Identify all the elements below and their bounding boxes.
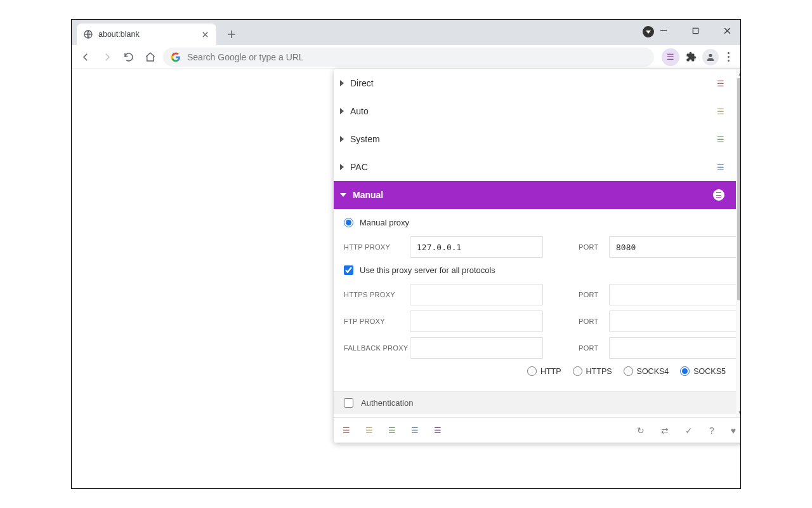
proto-http[interactable]: HTTP bbox=[527, 366, 561, 376]
new-tab-button[interactable] bbox=[223, 25, 240, 43]
use-for-all-label: Use this proxy server for all protocols bbox=[360, 265, 495, 275]
https-proxy-label: HTTPS PROXY bbox=[344, 291, 410, 298]
home-button[interactable] bbox=[141, 48, 159, 66]
proto-socks5[interactable]: SOCKS5 bbox=[680, 366, 726, 376]
proto-socks4[interactable]: SOCKS4 bbox=[624, 366, 669, 376]
manual-proxy-radio[interactable] bbox=[344, 218, 353, 227]
https-proxy-input[interactable] bbox=[410, 284, 543, 305]
profile-pac-icon[interactable]: ☰ bbox=[411, 426, 419, 434]
chevron-right-icon bbox=[340, 108, 344, 114]
fallback-port-input[interactable] bbox=[609, 337, 736, 359]
heart-icon[interactable]: ♥ bbox=[731, 425, 736, 436]
footer-profiles: ☰ ☰ ☰ ☰ ☰ bbox=[343, 426, 442, 434]
browser-tab[interactable]: about:blank bbox=[77, 23, 216, 45]
section-manual[interactable]: Manual ☰ bbox=[334, 181, 736, 209]
proxy-color-icon: ☰ bbox=[717, 163, 724, 171]
manual-proxy-label: Manual proxy bbox=[360, 218, 409, 227]
section-label: PAC bbox=[350, 162, 368, 172]
section-label: Direct bbox=[350, 78, 374, 88]
back-button[interactable] bbox=[77, 48, 95, 66]
sync-icon[interactable]: ⇄ bbox=[661, 425, 669, 436]
chevron-right-icon bbox=[340, 136, 344, 142]
toolbar-right: ☰ bbox=[662, 48, 735, 66]
proxy-extension-button[interactable]: ☰ bbox=[662, 48, 679, 66]
refresh-icon[interactable]: ↻ bbox=[637, 425, 645, 436]
port-label: PORT bbox=[579, 243, 609, 251]
scrollbar-thumb[interactable] bbox=[737, 78, 741, 300]
ftp-port-input[interactable] bbox=[609, 311, 736, 332]
section-direct[interactable]: Direct ☰ bbox=[334, 69, 736, 97]
scroll-down-icon[interactable]: ▼ bbox=[736, 408, 741, 417]
port-label: PORT bbox=[579, 291, 609, 298]
popup-footer: ☰ ☰ ☰ ☰ ☰ ↻ ⇄ ✓ ? ♥ bbox=[334, 417, 741, 443]
footer-actions: ↻ ⇄ ✓ ? ♥ bbox=[637, 425, 736, 436]
extensions-button[interactable] bbox=[682, 48, 700, 66]
address-bar[interactable]: Search Google or type a URL bbox=[163, 48, 654, 67]
proxy-color-icon: ☰ bbox=[717, 107, 724, 116]
proxy-color-icon: ☰ bbox=[713, 189, 724, 201]
proxy-color-icon: ☰ bbox=[717, 79, 724, 88]
http-proxy-input[interactable] bbox=[410, 236, 543, 258]
profile-button[interactable] bbox=[702, 49, 719, 65]
profile-auto-icon[interactable]: ☰ bbox=[365, 426, 373, 434]
fallback-proxy-input[interactable] bbox=[410, 337, 543, 359]
minimize-button[interactable] bbox=[654, 22, 673, 39]
port-label: PORT bbox=[579, 318, 609, 325]
section-system[interactable]: System ☰ bbox=[334, 125, 736, 153]
profile-system-icon[interactable]: ☰ bbox=[388, 426, 396, 434]
address-bar-placeholder: Search Google or type a URL bbox=[187, 52, 304, 62]
scroll-up-icon[interactable]: ▲ bbox=[736, 69, 741, 78]
authentication-checkbox[interactable] bbox=[344, 398, 353, 408]
chevron-right-icon bbox=[340, 80, 344, 86]
proxy-extension-popup: Direct ☰ Auto ☰ System ☰ PAC ☰ bbox=[334, 69, 741, 443]
browser-toolbar: Search Google or type a URL ☰ bbox=[72, 45, 740, 69]
http-proxy-label: HTTP PROXY bbox=[344, 243, 410, 251]
svg-rect-1 bbox=[693, 28, 698, 33]
ftp-proxy-input[interactable] bbox=[410, 311, 543, 332]
section-label: Auto bbox=[350, 106, 369, 116]
incognito-badge-icon bbox=[643, 26, 654, 37]
https-port-input[interactable] bbox=[609, 284, 736, 305]
section-pac[interactable]: PAC ☰ bbox=[334, 153, 736, 181]
authentication-row[interactable]: Authentication bbox=[334, 391, 736, 414]
globe-icon bbox=[83, 29, 93, 39]
reload-button[interactable] bbox=[120, 48, 138, 66]
authentication-label: Authentication bbox=[361, 398, 413, 408]
google-g-icon bbox=[171, 52, 181, 62]
http-port-input[interactable] bbox=[609, 236, 736, 258]
manual-panel: Manual proxy HTTP PROXY PORT Use this pr… bbox=[334, 209, 736, 391]
protocol-row: HTTP HTTPS SOCKS4 SOCKS5 bbox=[344, 366, 726, 376]
window-controls bbox=[654, 22, 737, 39]
chevron-down-icon bbox=[340, 193, 346, 197]
ftp-proxy-label: FTP PROXY bbox=[344, 318, 410, 325]
use-for-all-checkbox[interactable] bbox=[344, 265, 353, 275]
section-auto[interactable]: Auto ☰ bbox=[334, 97, 736, 125]
profile-manual-icon[interactable]: ☰ bbox=[434, 426, 442, 434]
section-label: Manual bbox=[353, 190, 383, 200]
menu-button[interactable] bbox=[721, 52, 735, 62]
tab-title: about:blank bbox=[98, 30, 140, 39]
svg-point-2 bbox=[709, 53, 712, 57]
check-icon[interactable]: ✓ bbox=[685, 425, 693, 436]
maximize-button[interactable] bbox=[686, 22, 705, 39]
close-window-button[interactable] bbox=[717, 22, 737, 39]
port-label: PORT bbox=[579, 344, 609, 352]
help-icon[interactable]: ? bbox=[709, 425, 714, 436]
proxy-color-icon: ☰ bbox=[717, 135, 724, 144]
chevron-right-icon bbox=[340, 164, 344, 170]
scrollbar[interactable]: ▲ ▼ bbox=[736, 69, 741, 417]
title-bar: about:blank bbox=[72, 20, 740, 45]
proto-https[interactable]: HTTPS bbox=[573, 366, 612, 376]
browser-window: about:blank Search Goog bbox=[71, 19, 741, 489]
close-tab-icon[interactable] bbox=[200, 29, 210, 39]
fallback-proxy-label: FALLBACK PROXY bbox=[344, 344, 410, 352]
profile-direct-icon[interactable]: ☰ bbox=[343, 426, 350, 434]
forward-button[interactable] bbox=[98, 48, 116, 66]
section-label: System bbox=[350, 134, 380, 144]
